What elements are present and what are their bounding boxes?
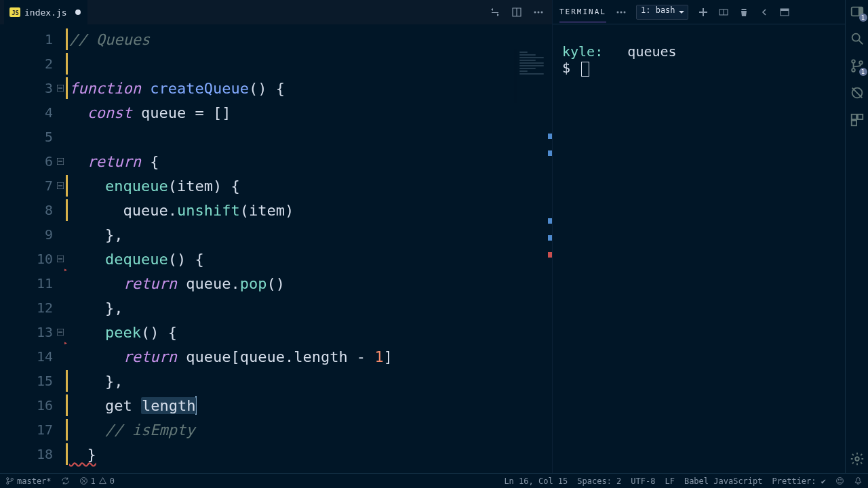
code-line[interactable]: return queue.pop() [68, 271, 552, 296]
line-number[interactable]: 2 [0, 52, 68, 76]
line-number[interactable]: 13▸ [0, 320, 68, 344]
file-tab[interactable]: JS index.js [4, 0, 87, 24]
eol[interactable]: LF [665, 476, 674, 486]
prompt-user: kyle: [562, 43, 603, 60]
split-terminal-icon[interactable] [718, 7, 729, 18]
code-line[interactable]: dequeue() { [68, 247, 552, 271]
line-number[interactable]: 12 [0, 296, 68, 320]
svg-point-41 [840, 479, 842, 481]
line-number[interactable]: 10▸ [0, 247, 68, 271]
new-terminal-icon[interactable] [698, 7, 709, 18]
maximize-terminal-icon[interactable] [779, 7, 790, 18]
terminal-dropdown[interactable]: 1: bash [636, 5, 688, 20]
code-line[interactable]: return queue[queue.length - 1] [68, 344, 552, 369]
overview-ruler[interactable] [547, 49, 552, 473]
right-activity-rail: 1 1 [845, 0, 868, 473]
code-line[interactable]: queue.unshift(item) [68, 198, 552, 222]
svg-point-32 [855, 457, 859, 461]
line-number[interactable]: 16 [0, 393, 68, 418]
spaces[interactable]: Spaces: 2 [577, 476, 621, 486]
toggle-panel-icon[interactable]: 1 [850, 4, 865, 19]
svg-rect-30 [857, 115, 862, 119]
more-actions-icon[interactable] [533, 7, 544, 18]
split-editor-icon[interactable] [511, 7, 522, 18]
code-line[interactable]: }, [68, 369, 552, 393]
svg-point-1 [538, 12, 540, 14]
line-gutter: 12345678910▸111213▸1415161718 [0, 24, 68, 473]
terminal-output[interactable]: kyle: queues $ [553, 24, 845, 473]
tab-bar: JS index.js [0, 0, 552, 24]
svg-point-24 [852, 60, 855, 63]
code-area[interactable]: // Queuesfunction createQueue() { const … [68, 24, 552, 473]
collapse-terminal-icon[interactable] [759, 7, 770, 18]
svg-point-25 [852, 68, 855, 72]
fold-icon[interactable] [56, 157, 65, 166]
code-line[interactable]: enqueue(item) { [68, 174, 552, 198]
terminal-tab-label[interactable]: TERMINAL [559, 7, 606, 22]
compare-changes-icon[interactable] [490, 7, 500, 18]
branch-item[interactable]: master* [5, 476, 52, 486]
line-number[interactable]: 3 [0, 76, 68, 100]
code-line[interactable]: // isEmpty [68, 418, 552, 442]
fold-icon[interactable] [56, 83, 65, 93]
terminal-panel: TERMINAL 1: bash kyle: queues $ [552, 0, 845, 473]
line-number[interactable]: 8 [0, 198, 68, 222]
sync-item[interactable] [61, 476, 70, 485]
svg-point-0 [534, 12, 536, 14]
line-number[interactable]: 15 [0, 369, 68, 393]
js-icon: JS [9, 7, 20, 17]
settings-gear-icon[interactable] [850, 451, 865, 466]
line-number[interactable]: 4 [0, 100, 68, 125]
line-number[interactable]: 11 [0, 271, 68, 296]
prettier-status[interactable]: Prettier: ✔ [772, 476, 826, 486]
fold-icon[interactable] [56, 327, 65, 337]
code-line[interactable]: }, [68, 296, 552, 320]
code-line[interactable]: peek() { [68, 320, 552, 344]
editor-body[interactable]: 12345678910▸111213▸1415161718 // Queuesf… [0, 24, 552, 473]
code-line[interactable]: }, [68, 222, 552, 247]
problems-item[interactable]: 1 0 [79, 476, 115, 486]
svg-point-40 [838, 479, 840, 481]
code-line[interactable]: // Queues [68, 27, 552, 52]
feedback-icon[interactable] [835, 476, 844, 485]
code-line[interactable]: return { [68, 149, 552, 174]
code-line[interactable]: function createQueue() { [68, 76, 552, 100]
code-line[interactable]: } [68, 442, 552, 466]
svg-point-14 [620, 11, 622, 13]
line-number[interactable]: 9 [0, 222, 68, 247]
language-mode[interactable]: Babel JavaScript [684, 476, 763, 486]
terminal-more-icon[interactable] [616, 7, 627, 18]
line-number[interactable]: 18 [0, 442, 68, 466]
line-number[interactable]: 6 [0, 149, 68, 174]
fold-icon[interactable] [56, 181, 65, 190]
code-line[interactable] [68, 52, 552, 76]
search-icon[interactable] [850, 31, 865, 46]
encoding[interactable]: UTF-8 [631, 476, 655, 486]
dirty-indicator-icon [75, 9, 81, 15]
svg-point-35 [11, 478, 13, 480]
line-number[interactable]: 17 [0, 418, 68, 442]
svg-point-34 [7, 482, 9, 484]
fold-icon[interactable] [56, 254, 65, 264]
bell-icon[interactable] [854, 476, 863, 485]
line-number[interactable]: 5 [0, 125, 68, 149]
code-line[interactable]: const queue = [] [68, 100, 552, 125]
git-branch-icon[interactable]: 1 [850, 58, 865, 73]
debug-icon[interactable] [850, 85, 865, 100]
svg-point-2 [541, 12, 543, 14]
prompt-char: $ [562, 60, 570, 76]
line-number[interactable]: 1 [0, 27, 68, 52]
editor-pane: JS index.js 12345678910▸111213▸141516171… [0, 0, 552, 473]
code-line[interactable] [68, 125, 552, 149]
svg-point-22 [852, 34, 859, 41]
line-number[interactable]: 14 [0, 344, 68, 369]
prompt-dir: queues [627, 43, 676, 60]
extensions-icon[interactable] [850, 113, 865, 127]
error-count: 1 [91, 476, 96, 486]
code-line[interactable]: get length [68, 393, 552, 418]
line-number[interactable]: 7 [0, 174, 68, 198]
kill-terminal-icon[interactable] [738, 7, 749, 18]
terminal-header: TERMINAL 1: bash [553, 0, 845, 24]
svg-point-15 [623, 11, 625, 13]
cursor-pos[interactable]: Ln 16, Col 15 [504, 476, 568, 486]
